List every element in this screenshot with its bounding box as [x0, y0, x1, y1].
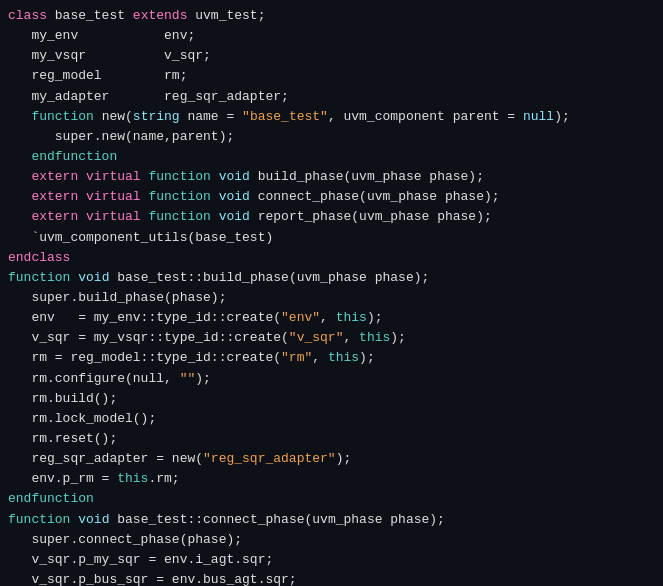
- code-line-13: extern virtual function void report_phas…: [8, 207, 655, 227]
- code-line-25: rm.lock_model();: [8, 409, 655, 429]
- code-line-31: function void base_test::connect_phase(u…: [8, 510, 655, 530]
- code-line-18: function void base_test::build_phase(uvm…: [8, 268, 655, 288]
- code-line-8: super.new(name,parent);: [8, 127, 655, 147]
- code-line-4: reg_model rm;: [8, 66, 655, 86]
- code-line-3: my_vsqr v_sqr;: [8, 46, 655, 66]
- code-line-9: endfunction: [8, 147, 655, 167]
- code-line-20: env = my_env::type_id::create("env", thi…: [8, 308, 655, 328]
- code-line-29: endfunction: [8, 489, 655, 509]
- code-line-2: my_env env;: [8, 26, 655, 46]
- code-line-33: v_sqr.p_my_sqr = env.i_agt.sqr;: [8, 550, 655, 570]
- code-line-7: function new(string name = "base_test", …: [8, 107, 655, 127]
- code-line-15: endclass: [8, 248, 655, 268]
- code-line-5: my_adapter reg_sqr_adapter;: [8, 87, 655, 107]
- code-line-11: extern virtual function void build_phase…: [8, 167, 655, 187]
- code-line-14: `uvm_component_utils(base_test): [8, 228, 655, 248]
- code-line-34: v_sqr.p_bus_sqr = env.bus_agt.sqr;: [8, 570, 655, 586]
- code-line-19: super.build_phase(phase);: [8, 288, 655, 308]
- code-line-1: class base_test extends uvm_test;: [8, 6, 655, 26]
- code-line-21: v_sqr = my_vsqr::type_id::create("v_sqr"…: [8, 328, 655, 348]
- code-line-27: reg_sqr_adapter = new("reg_sqr_adapter")…: [8, 449, 655, 469]
- code-line-28: env.p_rm = this.rm;: [8, 469, 655, 489]
- code-line-22: rm = reg_model::type_id::create("rm", th…: [8, 348, 655, 368]
- code-line-26: rm.reset();: [8, 429, 655, 449]
- code-line-32: super.connect_phase(phase);: [8, 530, 655, 550]
- code-editor: class base_test extends uvm_test; my_env…: [0, 0, 663, 586]
- code-line-24: rm.build();: [8, 389, 655, 409]
- code-line-12: extern virtual function void connect_pha…: [8, 187, 655, 207]
- code-line-23: rm.configure(null, "");: [8, 369, 655, 389]
